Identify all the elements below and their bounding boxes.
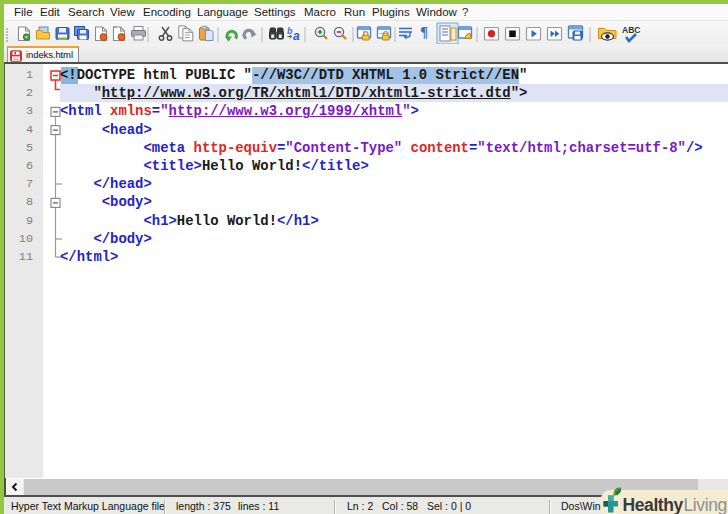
svg-text:ABC: ABC: [622, 25, 640, 35]
svg-text:¶: ¶: [420, 24, 428, 40]
svg-text:Living: Living: [684, 495, 727, 514]
svg-text:Healthy: Healthy: [623, 495, 684, 514]
svg-text:a: a: [293, 29, 300, 43]
